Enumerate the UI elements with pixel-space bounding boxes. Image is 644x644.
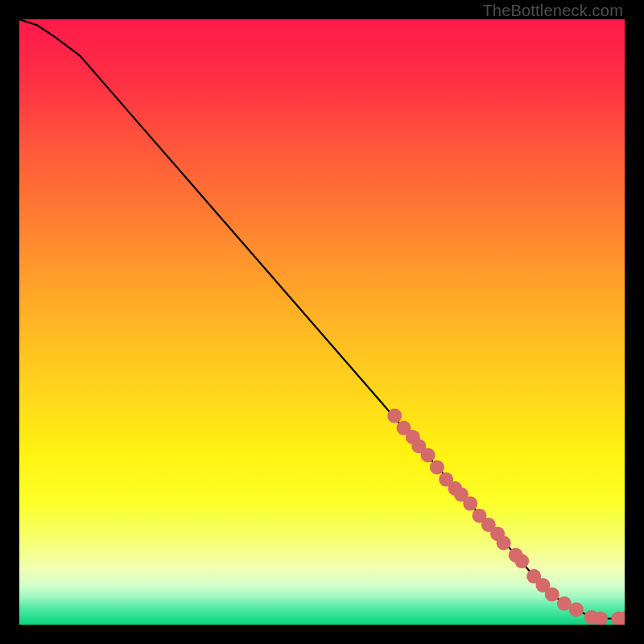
data-point (545, 587, 559, 601)
data-point (569, 602, 584, 617)
data-point (514, 554, 529, 568)
plot-area (19, 19, 625, 625)
chart-svg (19, 19, 625, 625)
watermark-text: TheBottleneck.com (482, 2, 623, 20)
chart-frame: TheBottleneck.com (0, 0, 644, 644)
data-point (430, 460, 444, 474)
data-point (387, 409, 402, 423)
data-point (463, 497, 477, 511)
data-point (497, 535, 511, 550)
gradient-background (19, 19, 625, 625)
data-point (421, 448, 436, 462)
